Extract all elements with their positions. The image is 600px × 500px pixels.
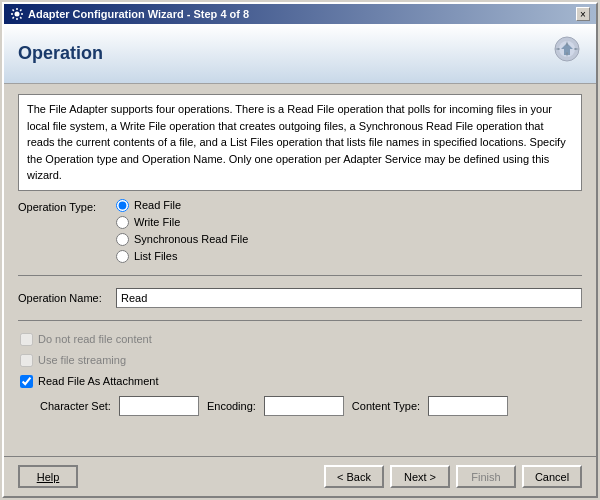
- next-button[interactable]: Next >: [390, 465, 450, 488]
- radio-sync-read-file[interactable]: Synchronous Read File: [116, 233, 248, 246]
- title-bar-text: Adapter Configuration Wizard - Step 4 of…: [28, 8, 249, 20]
- radio-list-files-label: List Files: [134, 250, 177, 262]
- close-button[interactable]: ×: [576, 7, 590, 21]
- divider-2: [18, 320, 582, 321]
- back-button[interactable]: < Back: [324, 465, 384, 488]
- page-title: Operation: [18, 43, 103, 64]
- divider-1: [18, 275, 582, 276]
- description-text: The File Adapter supports four operation…: [27, 103, 566, 181]
- finish-button[interactable]: Finish: [456, 465, 516, 488]
- radio-write-file-label: Write File: [134, 216, 180, 228]
- read-as-attachment-checkbox[interactable]: [20, 375, 33, 388]
- gear-icon: [10, 7, 24, 21]
- title-bar: Adapter Configuration Wizard - Step 4 of…: [10, 7, 249, 21]
- operation-name-label: Operation Name:: [18, 292, 108, 304]
- description-box: The File Adapter supports four operation…: [18, 94, 582, 191]
- radio-read-file-input[interactable]: [116, 199, 129, 212]
- help-button[interactable]: Help: [18, 465, 78, 488]
- encoding-label: Encoding:: [207, 400, 256, 412]
- content-type-label: Content Type:: [352, 400, 420, 412]
- radio-sync-read-file-label: Synchronous Read File: [134, 233, 248, 245]
- char-encoding-row: Character Set: Encoding: Content Type:: [18, 396, 582, 416]
- read-as-attachment-checkbox-row: Read File As Attachment: [18, 375, 582, 388]
- use-file-streaming-label: Use file streaming: [38, 354, 126, 366]
- do-not-read-file-label: Do not read file content: [38, 333, 152, 345]
- encoding-input[interactable]: [264, 396, 344, 416]
- char-set-input[interactable]: [119, 396, 199, 416]
- svg-point-0: [15, 12, 20, 17]
- char-set-label: Character Set:: [40, 400, 111, 412]
- operation-name-row: Operation Name:: [18, 288, 582, 308]
- radio-list-files-input[interactable]: [116, 250, 129, 263]
- operation-type-radio-group: Read File Write File Synchronous Read Fi…: [116, 199, 248, 263]
- read-as-attachment-label: Read File As Attachment: [38, 375, 158, 387]
- radio-sync-read-file-input[interactable]: [116, 233, 129, 246]
- radio-read-file[interactable]: Read File: [116, 199, 248, 212]
- wizard-header-icon: [532, 29, 582, 79]
- operation-name-input[interactable]: [116, 288, 582, 308]
- radio-write-file-input[interactable]: [116, 216, 129, 229]
- radio-write-file[interactable]: Write File: [116, 216, 248, 229]
- footer: Help < Back Next > Finish Cancel: [4, 456, 596, 496]
- file-streaming-checkbox-row: Use file streaming: [18, 354, 582, 367]
- cancel-button[interactable]: Cancel: [522, 465, 582, 488]
- radio-read-file-label: Read File: [134, 199, 181, 211]
- use-file-streaming-checkbox[interactable]: [20, 354, 33, 367]
- do-not-read-file-checkbox[interactable]: [20, 333, 33, 346]
- operation-type-label: Operation Type:: [18, 199, 108, 213]
- radio-list-files[interactable]: List Files: [116, 250, 248, 263]
- content-type-input[interactable]: [428, 396, 508, 416]
- do-not-read-checkbox-row: Do not read file content: [18, 333, 582, 346]
